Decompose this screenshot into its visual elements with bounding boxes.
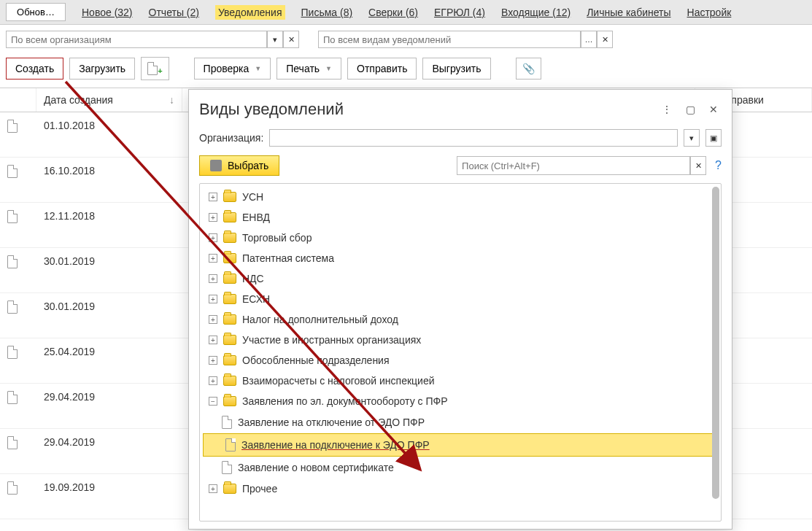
- nav-link-reports[interactable]: Отчеты (2): [149, 7, 199, 18]
- tree-expander[interactable]: [209, 233, 217, 242]
- tree-expander[interactable]: [209, 397, 217, 406]
- notification-types-dialog: Виды уведомлений ⋮ ▢ ✕ Организация: ▾ ▣ …: [188, 89, 732, 530]
- org-input-dropdown[interactable]: ▾: [684, 129, 700, 147]
- type-filter-more[interactable]: …: [581, 31, 597, 48]
- tree-folder[interactable]: Прочее: [200, 478, 721, 499]
- scrollbar[interactable]: [712, 187, 719, 499]
- folder-icon: [223, 253, 236, 263]
- tree-folder[interactable]: УСН: [200, 187, 721, 207]
- nav-link-egrul[interactable]: ЕГРЮЛ (4): [434, 7, 485, 18]
- send-button[interactable]: Отправить: [347, 58, 417, 80]
- dialog-menu-icon[interactable]: ⋮: [660, 103, 673, 116]
- refresh-button[interactable]: Обнов…: [6, 3, 66, 21]
- tree-expander[interactable]: [209, 376, 217, 385]
- dialog-title: Виды уведомлений: [199, 100, 344, 119]
- folder-icon: [223, 376, 236, 386]
- chevron-down-icon: ▼: [255, 65, 261, 72]
- folder-icon: [223, 335, 236, 345]
- folder-icon: [223, 396, 236, 406]
- cell-date: 30.01.2019: [36, 301, 182, 312]
- tree-expander[interactable]: [209, 254, 217, 263]
- tree-expander[interactable]: [209, 484, 217, 493]
- tree-expander[interactable]: [209, 213, 217, 222]
- tree-folder[interactable]: НДС: [200, 268, 721, 289]
- type-filter-clear[interactable]: ✕: [597, 31, 613, 48]
- tree-leaf[interactable]: Заявление о новом сертификате: [200, 457, 721, 478]
- org-filter-dropdown[interactable]: ▾: [267, 31, 283, 48]
- cell-date: 19.09.2019: [36, 481, 182, 493]
- export-button[interactable]: Выгрузить: [422, 58, 490, 80]
- col-date-header[interactable]: Дата создания ↓: [36, 88, 182, 112]
- help-icon[interactable]: ?: [715, 159, 722, 172]
- tree-expander[interactable]: [209, 315, 217, 324]
- check-button[interactable]: Проверка▼: [194, 58, 271, 80]
- tree-folder[interactable]: Торговый сбор: [200, 228, 721, 248]
- org-input[interactable]: [269, 129, 678, 147]
- tree-label: Заявление на отключение от ЭДО ПФР: [238, 416, 425, 428]
- tree-folder[interactable]: ЕСХН: [200, 289, 721, 309]
- sort-arrow-icon: ↓: [169, 94, 174, 106]
- add-doc-button[interactable]: +: [141, 57, 169, 80]
- tree-search-input[interactable]: [457, 156, 690, 175]
- tree-label: Обособленные подразделения: [242, 354, 390, 366]
- nav-link-notifications[interactable]: Уведомления: [215, 5, 285, 20]
- tree-folder[interactable]: Обособленные подразделения: [200, 350, 721, 371]
- nav-link-sverki[interactable]: Сверки (6): [368, 7, 418, 18]
- tree-label: Взаиморасчеты с налоговой инспекцией: [242, 375, 435, 387]
- attach-button[interactable]: 📎: [516, 58, 541, 80]
- tree-folder[interactable]: Патентная система: [200, 248, 721, 268]
- dialog-maximize-icon[interactable]: ▢: [684, 103, 697, 116]
- paperclip-icon: 📎: [522, 63, 535, 74]
- tree-expander[interactable]: [209, 193, 217, 201]
- tree-folder[interactable]: Заявления по эл. документообороту с ПФР: [200, 391, 721, 411]
- document-icon: [7, 301, 18, 314]
- create-button[interactable]: Создать: [6, 58, 63, 80]
- org-filter-input[interactable]: [6, 31, 267, 48]
- org-input-open[interactable]: ▣: [705, 129, 722, 147]
- tree-folder[interactable]: Участие в иностранных организациях: [200, 330, 721, 350]
- dialog-close-icon[interactable]: ✕: [707, 103, 720, 116]
- document-icon: [7, 255, 18, 268]
- notification-types-tree: УСНЕНВДТорговый сборПатентная системаНДС…: [199, 183, 722, 522]
- tree-label: Заявления по эл. документообороту с ПФР: [242, 395, 447, 407]
- cell-date: 30.01.2019: [36, 255, 182, 267]
- tree-leaf[interactable]: Заявление на отключение от ЭДО ПФР: [200, 411, 721, 433]
- tree-expander[interactable]: [209, 274, 217, 283]
- type-filter-input[interactable]: [318, 31, 581, 48]
- choose-button[interactable]: Выбрать: [199, 155, 279, 176]
- cell-date: 12.11.2018: [36, 210, 182, 222]
- tree-label: Торговый сбор: [242, 232, 312, 244]
- tree-label: ЕНВД: [242, 212, 270, 223]
- top-navbar: Обнов… Новое (32) Отчеты (2) Уведомления…: [0, 0, 812, 25]
- folder-icon: [223, 294, 236, 304]
- tree-label: Налог на дополнительный доход: [242, 314, 398, 325]
- tree-expander[interactable]: [209, 356, 217, 365]
- nav-link-incoming[interactable]: Входящие (12): [501, 7, 571, 18]
- tree-label: Прочее: [242, 483, 277, 495]
- nav-link-letters[interactable]: Письма (8): [301, 7, 353, 18]
- document-icon: [225, 438, 236, 451]
- document-icon: [7, 481, 18, 495]
- document-icon: [7, 436, 18, 449]
- nav-link-cabinets[interactable]: Личные кабинеты: [587, 7, 670, 18]
- plus-icon: +: [158, 66, 162, 75]
- tree-expander[interactable]: [209, 336, 217, 344]
- nav-link-new[interactable]: Новое (32): [82, 7, 133, 18]
- folder-icon: [223, 233, 236, 243]
- print-button[interactable]: Печать▼: [277, 58, 341, 80]
- tree-folder[interactable]: Взаиморасчеты с налоговой инспекцией: [200, 371, 721, 391]
- chevron-down-icon: ▼: [325, 65, 332, 72]
- nav-link-settings[interactable]: Настройк: [687, 7, 732, 18]
- cell-date: 25.04.2019: [36, 346, 182, 357]
- tree-folder[interactable]: Налог на дополнительный доход: [200, 309, 721, 330]
- tree-folder[interactable]: ЕНВД: [200, 207, 721, 228]
- cell-date: 29.04.2019: [36, 436, 182, 448]
- folder-icon: [223, 192, 236, 202]
- tree-expander[interactable]: [209, 295, 217, 303]
- load-button[interactable]: Загрузить: [69, 58, 135, 80]
- document-icon: [7, 165, 18, 178]
- tree-search-clear[interactable]: ✕: [690, 156, 706, 175]
- tree-label: ЕСХН: [242, 293, 270, 305]
- org-filter-clear[interactable]: ✕: [283, 31, 299, 48]
- tree-leaf[interactable]: Заявление на подключение к ЭДО ПФР: [203, 433, 718, 457]
